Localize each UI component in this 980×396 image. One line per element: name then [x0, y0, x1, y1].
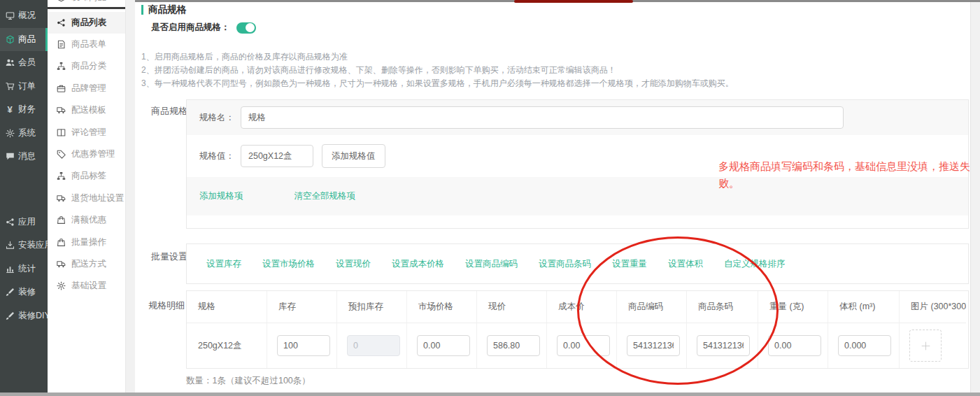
- column-header-withhold-stock: 预扣库存: [337, 291, 407, 323]
- spec-detail-cell-image: [900, 323, 966, 368]
- sidebar-item-label: 概况: [18, 10, 36, 22]
- menu-item-delivery-method[interactable]: 配送方式: [48, 253, 125, 275]
- sidebar-item-finance[interactable]: ¥财务: [0, 98, 48, 122]
- goods-icon: [5, 34, 15, 44]
- sidebar-item-install-apps[interactable]: 安装应用: [0, 234, 48, 257]
- red-annotation-text: 多规格商品填写编码和条码，基础信息里没填，推送失败。: [718, 158, 980, 192]
- sidebar-item-goods[interactable]: 商品: [0, 28, 48, 52]
- goods-code-input[interactable]: [627, 335, 680, 356]
- enable-spec-toggle[interactable]: [236, 22, 256, 34]
- menu-item-basic-settings[interactable]: 基础设置: [48, 275, 125, 297]
- sidebar-item-fitment[interactable]: 装修: [0, 281, 48, 304]
- batch-link-set-weight[interactable]: 设置重量: [612, 258, 647, 270]
- goods-list-icon: [56, 17, 66, 27]
- detail-group-label: 规格明细: [148, 299, 185, 312]
- batch-link-set-price[interactable]: 设置现价: [336, 258, 371, 270]
- menu-item-publish-goods[interactable]: 发布商品: [48, 0, 125, 7]
- batch-group-label: 批量设置: [151, 250, 187, 263]
- spec-value-input[interactable]: [241, 145, 313, 167]
- statistics-icon: [5, 264, 15, 274]
- enable-spec-row: 是否启用商品规格：: [151, 22, 256, 34]
- batch-link-set-goods-barcode[interactable]: 设置商品条码: [539, 258, 591, 270]
- menu-item-return-address[interactable]: 退货地址设置: [48, 188, 125, 209]
- spec-value-text: 250gX12盒: [198, 340, 242, 352]
- sidebar-item-fitment-diy[interactable]: 装修DIY: [0, 304, 48, 328]
- batch-settings-box: 设置库存设置市场价格设置现价设置成本价格设置商品编码设置商品条码设置重量设置体积…: [186, 243, 969, 284]
- menu-item-label: 商品标签: [71, 170, 106, 182]
- batch-link-set-goods-code[interactable]: 设置商品编码: [465, 258, 518, 270]
- return-address-icon: [56, 193, 66, 203]
- spec-detail-cell-spec: 250gX12盒: [187, 323, 267, 368]
- sidebar-item-overview[interactable]: 概况: [0, 4, 48, 28]
- add-spec-value-button[interactable]: 添加规格值: [322, 144, 385, 168]
- row-count-note: 数量：1条（建议不超过100条）: [186, 375, 311, 387]
- batch-link-set-stock[interactable]: 设置库存: [206, 258, 241, 270]
- image-upload-button[interactable]: [909, 330, 942, 362]
- spec-detail-cell-goods-code: [617, 323, 687, 368]
- menu-item-label: 批量操作: [71, 236, 106, 248]
- sidebar-item-label: 应用: [18, 216, 36, 228]
- goods-barcode-input[interactable]: [697, 335, 750, 356]
- price-input[interactable]: [487, 335, 540, 356]
- fitment-diy-icon: [5, 311, 15, 320]
- spec-detail-cell-market-price: [407, 323, 477, 368]
- menu-item-goods-form[interactable]: 商品表单: [48, 34, 125, 55]
- sidebar-item-statistics[interactable]: 统计: [0, 257, 48, 281]
- sidebar-item-apps[interactable]: 应用: [0, 211, 48, 234]
- order-icon: [5, 81, 15, 91]
- goods-label-icon: [56, 171, 66, 181]
- spec-name-row: 规格名：: [187, 100, 968, 135]
- menu-item-goods-list[interactable]: 商品列表: [48, 12, 125, 34]
- menu-item-label: 商品分类: [71, 60, 106, 72]
- menu-item-label: 品牌管理: [71, 83, 106, 94]
- menu-item-comment-manage[interactable]: 评论管理: [48, 121, 125, 143]
- market-price-input[interactable]: [417, 335, 470, 356]
- member-icon: [5, 58, 15, 68]
- spec-name-label: 规格名：: [199, 112, 236, 124]
- batch-link-custom-spec-sort[interactable]: 自定义规格排序: [724, 258, 786, 270]
- spec-value-label: 规格值：: [199, 150, 236, 162]
- cost-price-input[interactable]: [557, 335, 610, 356]
- menu-item-full-discount[interactable]: 满额优惠: [48, 209, 125, 231]
- menu-item-delivery-template[interactable]: 配送模板: [48, 99, 125, 121]
- sidebar-item-message[interactable]: 消息: [0, 145, 48, 169]
- batch-link-set-cost-price[interactable]: 设置成本价格: [392, 258, 444, 270]
- menu-item-coupon-manage[interactable]: 优惠券管理: [48, 143, 125, 165]
- sidebar-item-order[interactable]: 订单: [0, 75, 48, 99]
- enable-spec-label: 是否启用商品规格：: [151, 22, 230, 34]
- column-header-goods-code: 商品编码: [617, 291, 687, 323]
- weight-input[interactable]: [768, 335, 821, 356]
- horizontal-scrollbar[interactable]: [0, 393, 980, 396]
- spec-detail-cell-stock: [267, 323, 337, 368]
- column-header-image: 图片 (300*300): [900, 291, 966, 323]
- stock-input[interactable]: [277, 335, 330, 356]
- system-icon: [5, 128, 15, 138]
- sidebar-item-label: 消息: [18, 150, 36, 162]
- plus-icon: [911, 332, 939, 360]
- add-spec-item-link[interactable]: 添加规格项: [199, 190, 243, 202]
- menu-item-brand-manage[interactable]: 品牌管理: [48, 78, 125, 99]
- sidebar-item-publish-goods-cut[interactable]: 发布商品: [48, 0, 125, 7]
- spec-name-input[interactable]: [241, 106, 844, 129]
- batch-link-set-volume[interactable]: 设置体积: [668, 258, 703, 270]
- withhold-stock-input[interactable]: [347, 335, 400, 356]
- menu-item-goods-label[interactable]: 商品标签: [48, 165, 125, 187]
- sidebar-item-system[interactable]: 系统: [0, 122, 48, 146]
- menu-item-label: 配送方式: [71, 258, 106, 270]
- menu-item-batch-operation[interactable]: 批量操作: [48, 231, 125, 253]
- column-header-volume: 体积 (m³): [828, 291, 900, 323]
- column-header-cost-price: 成本价: [547, 291, 617, 323]
- clear-all-spec-link[interactable]: 清空全部规格项: [294, 190, 356, 202]
- menu-item-label: 退货地址设置: [71, 192, 124, 204]
- batch-link-set-market-price[interactable]: 设置市场价格: [262, 258, 315, 270]
- column-header-market-price: 市场价格: [407, 291, 477, 323]
- spec-note-1: 1、启用商品规格后，商品的价格及库存以商品规格为准: [141, 50, 967, 64]
- spec-detail-cell-price: [477, 323, 547, 368]
- page-title-text: 商品规格: [148, 3, 186, 16]
- sidebar-item-member[interactable]: 会员: [0, 51, 48, 75]
- spec-detail-cell-weight: [758, 323, 828, 368]
- menu-item-goods-category[interactable]: 商品分类: [48, 55, 125, 77]
- goods-category-icon: [56, 62, 66, 71]
- volume-input[interactable]: [838, 335, 891, 356]
- message-icon: [5, 152, 15, 162]
